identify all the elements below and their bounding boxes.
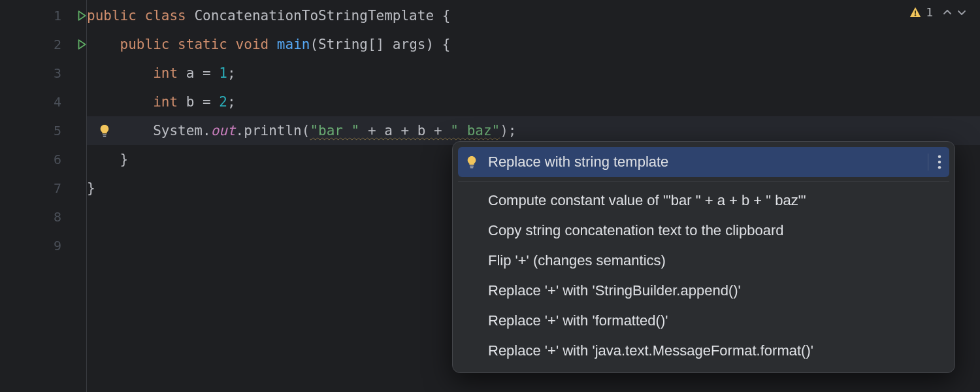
more-vertical-icon[interactable]	[938, 155, 941, 169]
gutter-line[interactable]: 3	[0, 59, 72, 88]
gutter-line[interactable]: 4	[0, 88, 72, 116]
number: 2	[219, 94, 227, 110]
intention-item-replace-string-template[interactable]: Replace with string template	[458, 147, 949, 177]
semicolon: ;	[227, 94, 236, 110]
svg-rect-0	[103, 135, 106, 136]
chevron-down-icon[interactable]	[956, 7, 967, 18]
brace: }	[87, 180, 95, 196]
text: );	[500, 123, 516, 139]
text: b =	[178, 94, 219, 110]
string: " baz"	[450, 123, 500, 139]
line-number: 7	[54, 180, 61, 196]
gutter-line[interactable]: 7	[0, 174, 72, 203]
intention-label: Replace '+' with 'StringBuilder.append()…	[488, 282, 741, 299]
string: "bar "	[310, 123, 359, 139]
code-line[interactable]: int b = 2;	[87, 88, 980, 116]
keyword: static	[178, 37, 227, 52]
svg-point-6	[938, 155, 941, 158]
intention-label: Copy string concatenation text to the cl…	[488, 222, 784, 239]
text: System.	[153, 123, 211, 139]
intention-item-messageformat[interactable]: Replace '+' with 'java.text.MessageForma…	[453, 336, 955, 366]
line-number: 6	[54, 152, 61, 167]
number: 1	[219, 65, 227, 81]
bulb-icon	[465, 155, 479, 169]
intention-label: Replace with string template	[488, 154, 668, 171]
intention-item-formatted[interactable]: Replace '+' with 'formatted()'	[453, 306, 955, 336]
keyword: void	[236, 37, 269, 52]
intention-bulb-icon[interactable]	[97, 123, 112, 138]
text: + a + b +	[359, 123, 450, 139]
gutter-line[interactable]: 1	[0, 1, 72, 30]
line-number: 2	[54, 37, 61, 52]
separator	[928, 154, 928, 171]
brace: {	[434, 8, 450, 24]
line-number: 4	[54, 94, 61, 110]
popup-separator	[458, 181, 949, 182]
intention-label: Replace '+' with 'formatted()'	[488, 312, 668, 329]
chevron-up-icon[interactable]	[942, 7, 953, 18]
gutter: 1 2 3 4 5 6 7 8 9	[0, 0, 72, 392]
text: .println(	[236, 123, 310, 139]
svg-rect-5	[470, 167, 474, 169]
line-number: 5	[54, 123, 61, 139]
brace: }	[120, 152, 129, 167]
svg-rect-2	[915, 10, 916, 13]
intention-item-flip-plus[interactable]: Flip '+' (changes semantics)	[453, 246, 955, 276]
field: out	[211, 123, 236, 139]
line-number: 3	[54, 65, 61, 81]
intention-label: Flip '+' (changes semantics)	[488, 252, 666, 269]
svg-point-8	[938, 166, 941, 169]
inspections-widget[interactable]: 1	[909, 5, 967, 19]
keyword: public	[87, 8, 137, 24]
code-line[interactable]: public static void main(String[] args) {	[87, 30, 980, 59]
intention-more[interactable]	[928, 154, 941, 171]
svg-point-7	[938, 161, 941, 163]
intention-item-stringbuilder[interactable]: Replace '+' with 'StringBuilder.append()…	[453, 276, 955, 306]
gutter-line[interactable]: 8	[0, 203, 72, 231]
line-number: 9	[54, 238, 61, 253]
intention-label: Replace '+' with 'java.text.MessageForma…	[488, 342, 813, 359]
code-line[interactable]: int a = 1;	[87, 59, 980, 88]
method-name: main	[277, 37, 310, 52]
intention-item-compute-constant[interactable]: Compute constant value of '"bar " + a + …	[453, 186, 955, 216]
class-name: ConcatenationToStringTemplate	[194, 8, 434, 24]
intention-item-copy-concat[interactable]: Copy string concatenation text to the cl…	[453, 216, 955, 246]
semicolon: ;	[227, 65, 236, 81]
svg-rect-1	[103, 136, 106, 137]
gutter-line[interactable]: 9	[0, 231, 72, 260]
run-icon[interactable]	[76, 10, 88, 22]
gutter-line[interactable]: 2	[0, 30, 72, 59]
keyword: int	[153, 94, 178, 110]
intention-popup: Replace with string template Compute con…	[452, 141, 955, 373]
svg-point-3	[915, 14, 917, 16]
gutter-line[interactable]: 6	[0, 145, 72, 174]
params: (String[] args) {	[310, 37, 450, 52]
code-line[interactable]: public class ConcatenationToStringTempla…	[87, 1, 980, 30]
line-number: 8	[54, 209, 61, 225]
svg-rect-4	[470, 166, 474, 167]
line-number: 1	[54, 8, 61, 24]
keyword: class	[145, 8, 186, 24]
keyword: public	[120, 37, 170, 52]
keyword: int	[153, 65, 178, 81]
warning-icon	[909, 6, 922, 19]
text: a =	[178, 65, 219, 81]
gutter-line[interactable]: 5	[0, 116, 72, 145]
run-icon[interactable]	[76, 39, 88, 50]
warning-count: 1	[926, 5, 933, 19]
intention-label: Compute constant value of '"bar " + a + …	[488, 192, 806, 209]
